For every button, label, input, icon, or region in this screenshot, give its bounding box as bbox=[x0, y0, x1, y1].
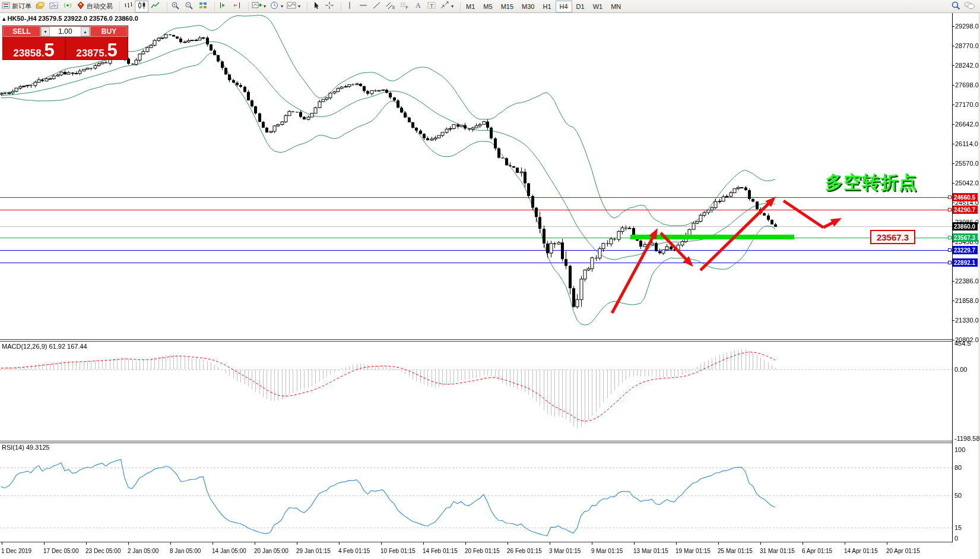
volume-value[interactable]: 1.00 bbox=[50, 27, 81, 36]
toolbar: 新订单自动交易▾▾▾EFAT▾M1M5M15M30H1H4D1W1MN bbox=[0, 0, 980, 13]
timeframe-mn[interactable]: MN bbox=[607, 1, 625, 12]
collapse-icon[interactable]: ▴ bbox=[2, 15, 6, 22]
price-tick-label: 21858.0 bbox=[955, 297, 979, 304]
auto-scroll-button[interactable] bbox=[216, 1, 230, 12]
buy-price[interactable]: 23875.5 bbox=[66, 37, 128, 59]
time-axis[interactable]: 1 Dec 201917 Dec 05:0023 Dec 05:002 Jan … bbox=[0, 542, 952, 559]
toolbar-button-label: 自动交易 bbox=[87, 2, 113, 11]
macd-name: MACD(12,26,9) bbox=[2, 343, 47, 350]
bar-chart-button[interactable] bbox=[121, 1, 135, 12]
volume-down-button[interactable]: ▼ bbox=[41, 27, 50, 36]
symbol-period: HK50-,H4 bbox=[8, 15, 37, 22]
volume-stepper: ▼ 1.00 ▲ bbox=[40, 26, 90, 37]
line-chart-button[interactable] bbox=[148, 1, 162, 12]
line-anchor-handle[interactable] bbox=[948, 261, 952, 264]
time-tick-mark bbox=[170, 542, 171, 545]
new-order-button[interactable]: 新订单 bbox=[0, 1, 33, 12]
period-button[interactable]: ▾ bbox=[268, 1, 285, 12]
price-tick-label: 25570.0 bbox=[955, 160, 979, 167]
market-watch-button[interactable] bbox=[33, 1, 47, 12]
turning-point-annotation[interactable]: 多空转折点 bbox=[825, 170, 917, 195]
chart-canvas[interactable] bbox=[0, 0, 980, 559]
tile-windows-button[interactable] bbox=[196, 1, 210, 12]
macd-rsi-separator[interactable] bbox=[0, 441, 952, 441]
time-tick-label: 1 Dec 2019 bbox=[1, 548, 31, 554]
arrows-button[interactable]: ▾ bbox=[438, 1, 455, 12]
new-chart-button[interactable]: ▾ bbox=[250, 1, 268, 12]
signals-button[interactable] bbox=[61, 1, 74, 12]
chart-shift-icon bbox=[232, 1, 242, 12]
candlestick-chart-button[interactable] bbox=[135, 1, 148, 12]
signal-icon bbox=[63, 1, 72, 12]
crosshair-button[interactable] bbox=[322, 1, 336, 12]
sell-button[interactable]: SELL bbox=[3, 26, 40, 37]
channel-button[interactable]: E bbox=[383, 1, 397, 12]
time-tick-label: 6 Apr 01:15 bbox=[802, 548, 832, 554]
price-tick-label: 28242.0 bbox=[955, 62, 979, 69]
timeframe-h1[interactable]: H1 bbox=[538, 1, 555, 12]
chart-cloud-icon bbox=[49, 1, 59, 12]
macd-values: 61.92 167.44 bbox=[49, 343, 87, 350]
time-tick-mark bbox=[381, 542, 382, 545]
label-button[interactable]: T bbox=[424, 1, 438, 12]
autotrading-button[interactable]: 自动交易 bbox=[74, 1, 115, 12]
chat-icon[interactable] bbox=[964, 1, 975, 12]
market-watch-icon bbox=[36, 1, 45, 12]
trendline-button[interactable] bbox=[370, 1, 383, 12]
macd-axis-label: -1198.58 bbox=[954, 435, 980, 442]
time-tick-label: 3 Mar 01:15 bbox=[549, 548, 581, 554]
time-tick-mark bbox=[760, 542, 761, 545]
timeframe-w1[interactable]: W1 bbox=[589, 1, 607, 12]
line-anchor-handle[interactable] bbox=[948, 195, 952, 199]
toolbar-separator bbox=[337, 2, 341, 11]
timeframe-m1[interactable]: M1 bbox=[462, 1, 479, 12]
timeframe-h4[interactable]: H4 bbox=[556, 1, 572, 12]
vertical-line-button[interactable] bbox=[342, 1, 356, 12]
chevron-down-icon[interactable]: ▾ bbox=[264, 4, 266, 9]
price-badge-22892-1: 22892.1 bbox=[953, 258, 978, 267]
one-click-trade-panel: SELL ▼ 1.00 ▲ BUY 23858.5 23875.5 bbox=[2, 26, 128, 60]
support-price-label[interactable]: 23567.3 bbox=[870, 230, 915, 244]
candlestick-chart-icon bbox=[137, 1, 147, 12]
sell-price[interactable]: 23858.5 bbox=[3, 37, 65, 59]
chevron-down-icon[interactable]: ▾ bbox=[281, 4, 283, 9]
timeframe-m5[interactable]: M5 bbox=[479, 1, 496, 12]
timeframe-d1[interactable]: D1 bbox=[572, 1, 589, 12]
line-anchor-handle[interactable] bbox=[948, 236, 952, 239]
chart-shift-button[interactable] bbox=[230, 1, 243, 12]
fibonacci-button[interactable]: F bbox=[397, 1, 411, 12]
chevron-down-icon[interactable]: ▾ bbox=[298, 4, 300, 9]
horizontal-line-button[interactable] bbox=[356, 1, 370, 12]
price-tick-label: 22386.0 bbox=[955, 277, 979, 285]
time-tick-label: 8 Jan 05:00 bbox=[170, 548, 201, 554]
price-badge-23567-3: 23567.3 bbox=[953, 233, 978, 242]
vertical-line-icon bbox=[345, 1, 354, 12]
main-macd-separator[interactable] bbox=[0, 339, 952, 340]
buy-price-frac: 5 bbox=[107, 43, 117, 58]
sell-price-main: 23858 bbox=[13, 48, 41, 58]
zoom-in-button[interactable] bbox=[169, 1, 182, 12]
toolbar-right-icons bbox=[951, 1, 975, 12]
line-anchor-handle[interactable] bbox=[948, 208, 952, 211]
line-anchor-handle[interactable] bbox=[948, 248, 952, 252]
time-tick-mark bbox=[887, 542, 887, 545]
data-window-button[interactable] bbox=[47, 1, 61, 12]
timeframe-m15[interactable]: M15 bbox=[497, 1, 518, 12]
svg-text:E: E bbox=[392, 5, 395, 10]
indicators-button[interactable]: ▾ bbox=[285, 1, 302, 12]
buy-button[interactable]: BUY bbox=[90, 26, 128, 37]
time-tick-label: 14 Jan 05:00 bbox=[212, 548, 246, 554]
volume-up-button[interactable]: ▲ bbox=[81, 27, 90, 36]
tile-windows-icon bbox=[198, 1, 208, 12]
zoom-out-button[interactable] bbox=[182, 1, 196, 12]
chevron-down-icon[interactable]: ▾ bbox=[451, 4, 453, 9]
time-tick-mark bbox=[128, 542, 129, 545]
chart-title: ▴ HK50-,H4 23579.5 23922.0 23576.0 23860… bbox=[2, 15, 138, 23]
timeframe-m30[interactable]: M30 bbox=[518, 1, 538, 12]
cursor-button[interactable] bbox=[309, 1, 322, 12]
text-button[interactable]: A bbox=[411, 1, 424, 12]
time-tick-label: 17 Dec 05:00 bbox=[43, 548, 79, 554]
search-icon[interactable] bbox=[951, 1, 960, 12]
support-zone-bar[interactable] bbox=[630, 235, 794, 239]
price-tick-label: 26642.0 bbox=[955, 121, 979, 128]
